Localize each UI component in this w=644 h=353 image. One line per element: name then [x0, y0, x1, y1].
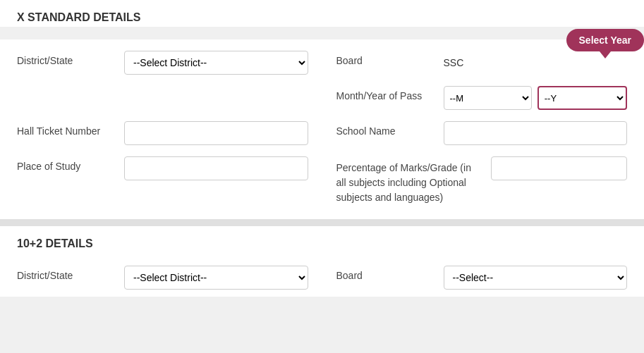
percentage-row: Percentage of Marks/Grade (in all subjec… — [336, 156, 628, 205]
section2-district-label: District/State — [17, 266, 116, 281]
page-container: Select Year X STANDARD DETAILS District/… — [0, 0, 644, 353]
section2: 10+2 DETAILS District/State --Select Dis… — [0, 226, 644, 297]
district-state-row: District/State --Select District-- — [17, 51, 308, 75]
percentage-input[interactable] — [491, 156, 627, 180]
month-year-selects: --M --Y — [444, 86, 628, 110]
section1-form-grid: District/State --Select District-- Board… — [17, 51, 627, 205]
percentage-label: Percentage of Marks/Grade (in all subjec… — [336, 156, 483, 205]
month-year-row: Month/Year of Pass --M --Y — [336, 86, 628, 110]
section1-title: X STANDARD DETAILS — [17, 11, 627, 27]
district-state-select[interactable]: --Select District-- — [124, 51, 308, 75]
school-name-label: School Name — [336, 121, 435, 137]
school-name-row: School Name — [336, 121, 628, 145]
school-name-input[interactable] — [444, 121, 628, 145]
district-state-label: District/State — [17, 51, 116, 66]
section2-board-select[interactable]: --Select-- — [444, 266, 628, 290]
section2-district-row: District/State --Select District-- — [17, 266, 308, 290]
year-select[interactable]: --Y — [537, 86, 627, 110]
section-gap — [0, 219, 644, 226]
board-label: Board — [336, 51, 435, 66]
section2-board-row: Board --Select-- — [336, 266, 628, 290]
hall-ticket-label: Hall Ticket Number — [17, 121, 116, 137]
section2-title: 10+2 DETAILS — [17, 237, 627, 253]
section2-form-grid: District/State --Select District-- Board… — [17, 266, 627, 290]
section2-board-label: Board — [336, 266, 435, 281]
hall-ticket-row: Hall Ticket Number — [17, 121, 308, 145]
section2-district-select[interactable]: --Select District-- — [124, 266, 308, 290]
board-row: Board SSC — [336, 51, 628, 75]
place-of-study-label: Place of Study — [17, 156, 116, 172]
month-select[interactable]: --M — [444, 86, 532, 110]
hall-ticket-input[interactable] — [124, 121, 308, 145]
place-of-study-input[interactable] — [124, 156, 308, 180]
section1-body: District/State --Select District-- Board… — [0, 39, 644, 219]
select-year-tooltip[interactable]: Select Year — [566, 29, 644, 51]
section1-header: X STANDARD DETAILS — [0, 0, 644, 27]
place-of-study-row: Place of Study — [17, 156, 308, 205]
month-year-label: Month/Year of Pass — [336, 86, 435, 101]
